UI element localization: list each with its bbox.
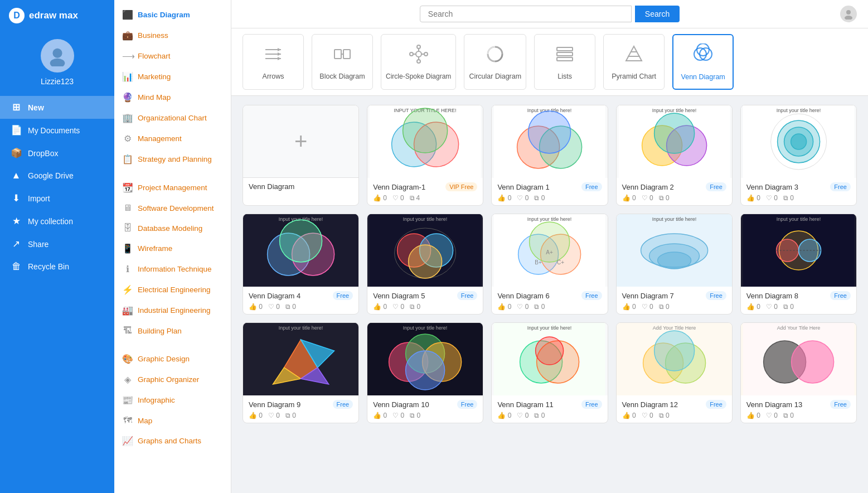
sidebar-item-my-documents[interactable]: 📄 My Documents bbox=[0, 119, 114, 142]
venn7-name: Venn Diagram 7 bbox=[622, 292, 674, 300]
template-card-venn-3[interactable]: Input your title here! Venn Diagram 3 Fr… bbox=[740, 105, 857, 206]
type-tile-lists[interactable]: Lists bbox=[534, 34, 595, 90]
venn1b-thumb: Input your title here! bbox=[492, 105, 607, 178]
cat-infographic[interactable]: 📰 Infographic bbox=[114, 390, 231, 410]
svg-text:C+: C+ bbox=[557, 259, 564, 265]
type-tile-arrows[interactable]: Arrows bbox=[243, 34, 304, 90]
template-card-venn-1[interactable]: INPUT YOUR TITLE HERE! Venn Diagram-1 VI… bbox=[367, 105, 483, 206]
venn8-stats: 👍 0 ♡ 0 ⧉ 0 bbox=[746, 303, 851, 311]
svg-marker-26 bbox=[626, 46, 642, 61]
template-card-new[interactable]: + Venn Diagram bbox=[243, 105, 359, 206]
venn13-thumb: Add Your Title Here bbox=[741, 323, 856, 395]
type-tile-circular[interactable]: Circular Diagram bbox=[464, 34, 526, 90]
dropbox-icon: 📦 bbox=[10, 147, 22, 159]
sidebar-item-import[interactable]: ⬇ Import bbox=[0, 187, 114, 210]
cat-management[interactable]: ⚙ Management bbox=[114, 128, 231, 149]
venn1-hearts: ♡ 0 bbox=[392, 194, 404, 202]
template-card-venn-6[interactable]: Input your title here! A+ B+ C+ Venn Dia… bbox=[491, 214, 608, 315]
svg-text:Input your title here!: Input your title here! bbox=[777, 216, 821, 222]
cat-strategy-planning[interactable]: 📋 Strategy and Planning bbox=[114, 149, 231, 170]
template-card-venn-9[interactable]: Input your title here! Venn Diagram 9 Fr… bbox=[243, 322, 359, 423]
cat-graphic-design[interactable]: 🎨 Graphic Design bbox=[114, 349, 231, 369]
template-card-venn-1b[interactable]: Input your title here! Venn Diagram 1 Fr… bbox=[491, 105, 608, 206]
svg-rect-24 bbox=[557, 52, 573, 56]
venn10-stats: 👍 0 ♡ 0 ⧉ 0 bbox=[373, 412, 477, 419]
sidebar-item-google-drive[interactable]: ▲ Google Drive bbox=[0, 165, 114, 187]
cat-flowchart[interactable]: ⟶ Flowchart bbox=[114, 46, 231, 66]
sidebar-item-share[interactable]: ↗ Share bbox=[0, 233, 114, 255]
flowchart-icon: ⟶ bbox=[122, 51, 133, 61]
template-card-venn-11[interactable]: Input your title here! Venn Diagram 11 F… bbox=[491, 322, 608, 423]
cat-wireframe[interactable]: 📱 Wireframe bbox=[114, 238, 231, 259]
cat-graphs-charts[interactable]: 📈 Graphs and Charts bbox=[114, 431, 231, 451]
app-name: edraw max bbox=[29, 10, 78, 21]
svg-rect-10 bbox=[334, 50, 341, 59]
type-tile-pyramid[interactable]: Pyramid Chart bbox=[603, 34, 665, 90]
cat-map-label: Map bbox=[138, 417, 152, 425]
template-card-venn-12[interactable]: Add Your Title Here Venn Diagram 12 Free… bbox=[616, 322, 733, 423]
template-card-venn-13[interactable]: Add Your Title Here Venn Diagram 13 Free… bbox=[740, 322, 857, 423]
svg-text:B+: B+ bbox=[535, 259, 542, 265]
cat-database-modeling[interactable]: 🗄 Database Modeling bbox=[114, 218, 231, 238]
cat-organizational-chart[interactable]: 🏢 Organizational Chart bbox=[114, 108, 231, 128]
venn9-stats: 👍 0 ♡ 0 ⧉ 0 bbox=[249, 412, 353, 419]
template-card-venn-5[interactable]: Input your title here! Venn Diagram 5 Fr… bbox=[367, 214, 483, 315]
cat-business[interactable]: 💼 Business bbox=[114, 25, 231, 46]
venn6-stats: 👍 0 ♡ 0 ⧉ 0 bbox=[497, 303, 602, 311]
sidebar-item-new[interactable]: ⊞ New bbox=[0, 96, 114, 119]
sidebar-item-my-collection[interactable]: ★ My collection bbox=[0, 210, 114, 233]
venn1-badge: VIP Free bbox=[445, 182, 477, 191]
import-icon: ⬇ bbox=[10, 192, 22, 204]
venn1-info: Venn Diagram-1 VIP Free 👍 0 ♡ 0 ⧉ 4 bbox=[367, 178, 483, 205]
type-tile-circle-spoke[interactable]: Circle-Spoke Diagram bbox=[381, 34, 456, 90]
svg-text:Input your title here!: Input your title here! bbox=[652, 108, 696, 113]
cat-software-label: Software Development bbox=[138, 204, 214, 212]
cat-information-technique[interactable]: ℹ Information Technique bbox=[114, 259, 231, 279]
venn3-info: Venn Diagram 3 Free 👍 0 ♡ 0 ⧉ 0 bbox=[741, 178, 856, 205]
new-template-info: Venn Diagram bbox=[243, 178, 358, 197]
cat-building-plan[interactable]: 🏗 Building Plan bbox=[114, 321, 231, 341]
svg-text:Input your title here!: Input your title here! bbox=[527, 325, 572, 331]
cat-graphic-organizer[interactable]: ◈ Graphic Organizer bbox=[114, 369, 231, 390]
svg-point-36 bbox=[403, 108, 448, 153]
venn1-thumb: INPUT YOUR TITLE HERE! bbox=[367, 105, 483, 178]
search-button[interactable]: Search bbox=[635, 6, 680, 22]
circle-spoke-label: Circle-Spoke Diagram bbox=[386, 72, 451, 80]
venn10-name: Venn Diagram 10 bbox=[373, 400, 429, 409]
cat-map[interactable]: 🗺 Map bbox=[114, 410, 231, 431]
svg-text:Add Your Title Here: Add Your Title Here bbox=[777, 325, 821, 331]
venn2-stats: 👍 0 ♡ 0 ⧉ 0 bbox=[622, 194, 726, 202]
cat-software-dev[interactable]: 🖥 Software Development bbox=[114, 198, 231, 218]
venn1b-info: Venn Diagram 1 Free 👍 0 ♡ 0 ⧉ 0 bbox=[492, 178, 607, 205]
svg-point-76 bbox=[657, 252, 691, 269]
new-icon: ⊞ bbox=[10, 102, 22, 113]
type-tile-block-diagram[interactable]: Block Diagram bbox=[312, 34, 373, 90]
cat-project-management[interactable]: 📆 Project Management bbox=[114, 177, 231, 198]
template-card-venn-7[interactable]: Input your title here! Venn Diagram 7 Fr… bbox=[616, 214, 733, 315]
search-input[interactable] bbox=[420, 6, 632, 22]
sidebar-item-dropbox[interactable]: 📦 DropBox bbox=[0, 142, 114, 165]
cat-basic-diagram[interactable]: ⬛ Basic Diagram bbox=[114, 4, 231, 25]
venn5-info: Venn Diagram 5 Free 👍 0 ♡ 0 ⧉ 0 bbox=[367, 287, 483, 314]
venn9-thumb: Input your title here! bbox=[243, 323, 358, 395]
cat-marketing[interactable]: 📊 Marketing bbox=[114, 66, 231, 87]
type-tile-venn[interactable]: Venn Diagram bbox=[672, 34, 734, 90]
sidebar-item-new-label: New bbox=[28, 103, 44, 112]
share-icon: ↗ bbox=[10, 238, 22, 250]
cat-mind-map[interactable]: 🔮 Mind Map bbox=[114, 87, 231, 108]
cat-electrical-engineering[interactable]: ⚡ Electrical Engineering bbox=[114, 279, 231, 300]
template-card-venn-4[interactable]: Input your title here! Venn Diagram 4 Fr… bbox=[243, 214, 359, 315]
lists-label: Lists bbox=[557, 72, 572, 80]
template-card-venn-10[interactable]: Input your title here! Venn Diagram 10 F… bbox=[367, 322, 483, 423]
cat-management-label: Management bbox=[138, 134, 182, 143]
sidebar-item-recycle-bin[interactable]: 🗑 Recycle Bin bbox=[0, 255, 114, 278]
svg-point-100 bbox=[654, 331, 694, 371]
cat-info-tech-label: Information Technique bbox=[138, 265, 212, 273]
template-card-venn-8[interactable]: Input your title here! Venn Diagram 8 Fr… bbox=[740, 214, 857, 315]
collection-icon: ★ bbox=[10, 215, 22, 227]
cat-industrial-engineering[interactable]: 🏭 Industrial Engineering bbox=[114, 300, 231, 321]
template-card-venn-2[interactable]: Input your title here! Venn Diagram 2 Fr… bbox=[616, 105, 733, 206]
arrows-tile-icon bbox=[263, 44, 283, 68]
avatar bbox=[41, 39, 74, 72]
category-panel: ⬛ Basic Diagram 💼 Business ⟶ Flowchart 📊… bbox=[114, 0, 231, 493]
